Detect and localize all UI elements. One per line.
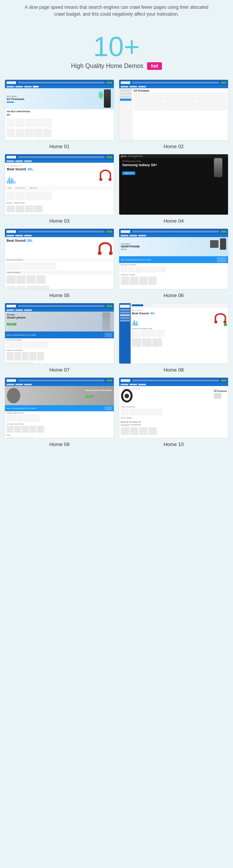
hot-badge: hot (147, 62, 162, 70)
demo-label-home07: Home 07 (49, 367, 70, 373)
demo-label-home09: Home 09 (49, 441, 70, 447)
demos-grid: Sony Xperia XZ Premium THE BEST SMARTPHO… (0, 74, 233, 453)
demo-item-home02[interactable]: XZ Premium Home 02 (119, 79, 228, 149)
demo-label-home05: Home 05 (49, 293, 70, 298)
demo-label-home03: Home 03 (49, 218, 70, 224)
demo-item-home04[interactable]: The Future Has Come Samsung Galaxy S8+ S… (119, 154, 228, 224)
hero-section: 10+ High Quality Home Demos hot (0, 25, 233, 74)
hero-subtitle: High Quality Home Demos (71, 63, 143, 70)
demo-item-home08[interactable]: Best Sound Beat Sound JBL (119, 303, 228, 373)
demo-item-home03[interactable]: The Background is Beat Sound JBL (5, 154, 114, 224)
demo-label-home10: Home 10 (163, 441, 184, 447)
demo-item-home10[interactable]: Create your own music Sony Z5 Premium PU… (119, 377, 228, 447)
demo-item-home05[interactable]: Beat Sound JBL BESTSELLER BRANDS (5, 228, 114, 298)
demo-label-home04: Home 04 (163, 218, 184, 224)
demo-label-home06: Home 06 (163, 293, 184, 298)
hero-number: 10+ (0, 33, 233, 60)
demo-item-home07[interactable]: The best Smart phone SHOP NOW SAVE ON A … (5, 303, 114, 373)
top-text: A slow page speed means that search engi… (0, 0, 233, 25)
demo-item-home06[interactable]: THE BEST SMARTPHONE $18.99 SAVE ON A NEW… (119, 228, 228, 298)
demo-item-home09[interactable]: Harman Kadon 32 Pro Studio BUY NOW SAVE … (5, 377, 114, 447)
demo-label-home08: Home 08 (163, 367, 184, 373)
demo-label-home02: Home 02 (163, 144, 184, 149)
demo-item-home01[interactable]: Sony Xperia XZ Premium THE BEST SMARTPHO… (5, 79, 114, 149)
demo-label-home01: Home 01 (49, 144, 70, 149)
